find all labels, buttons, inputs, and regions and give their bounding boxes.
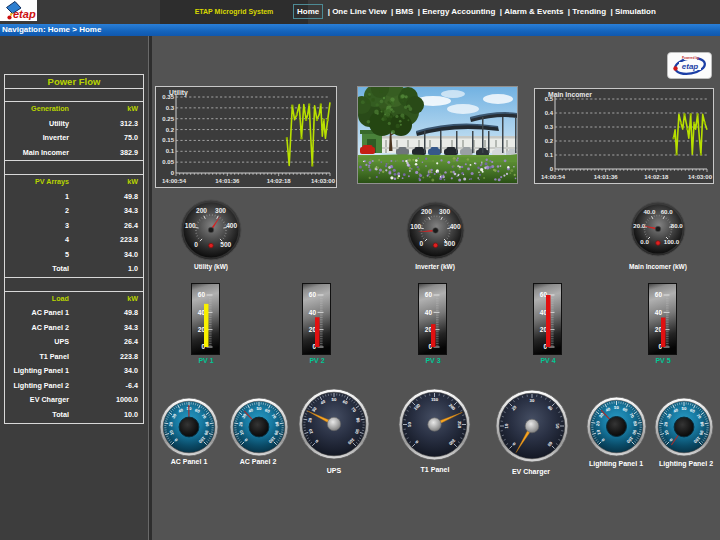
svg-text:0: 0 — [171, 170, 175, 176]
svg-text:30: 30 — [530, 398, 535, 403]
svg-text:0.35: 0.35 — [162, 94, 174, 100]
svg-text:60: 60 — [309, 291, 317, 298]
svg-text:50: 50 — [614, 405, 619, 410]
svg-text:0.0: 0.0 — [640, 238, 649, 245]
svg-text:0.3: 0.3 — [545, 124, 554, 130]
svg-text:50: 50 — [555, 424, 560, 429]
svg-text:500: 500 — [220, 241, 231, 248]
svg-text:0: 0 — [194, 241, 198, 248]
svg-text:60: 60 — [425, 291, 433, 298]
svg-text:50: 50 — [257, 406, 262, 411]
svg-text:200: 200 — [196, 207, 207, 214]
svg-text:14:02:18: 14:02:18 — [644, 174, 669, 180]
svg-text:0: 0 — [550, 166, 554, 172]
svg-text:40: 40 — [309, 309, 317, 316]
svg-text:Powered by: Powered by — [682, 56, 699, 60]
svg-text:200: 200 — [420, 208, 431, 215]
svg-text:50: 50 — [682, 406, 687, 411]
svg-text:100: 100 — [185, 222, 196, 229]
svg-text:0.5: 0.5 — [545, 96, 554, 102]
svg-text:0.15: 0.15 — [162, 137, 174, 143]
svg-text:50: 50 — [332, 397, 337, 402]
svg-text:14:03:00: 14:03:00 — [688, 174, 713, 180]
svg-text:14:00:54: 14:00:54 — [541, 174, 566, 180]
svg-text:300: 300 — [439, 208, 450, 215]
svg-text:14:02:18: 14:02:18 — [267, 178, 292, 184]
svg-text:0.05: 0.05 — [162, 159, 174, 165]
svg-text:60: 60 — [655, 291, 663, 298]
svg-text:0.25: 0.25 — [162, 116, 174, 122]
svg-text:etap: etap — [13, 8, 36, 20]
svg-text:0.2: 0.2 — [166, 127, 175, 133]
svg-text:0.3: 0.3 — [166, 105, 175, 111]
svg-text:300: 300 — [215, 207, 226, 214]
svg-text:60.0: 60.0 — [661, 208, 673, 215]
svg-text:0.2: 0.2 — [545, 138, 554, 144]
svg-text:20.0: 20.0 — [633, 222, 645, 229]
svg-text:100: 100 — [410, 223, 421, 230]
svg-text:60: 60 — [198, 291, 206, 298]
svg-text:80.0: 80.0 — [671, 222, 683, 229]
svg-text:0.1: 0.1 — [166, 148, 175, 154]
svg-text:14:03:00: 14:03:00 — [311, 178, 336, 184]
svg-text:40: 40 — [655, 309, 663, 316]
svg-text:40.0: 40.0 — [643, 208, 655, 215]
svg-text:400: 400 — [226, 222, 237, 229]
svg-text:250: 250 — [457, 421, 462, 429]
svg-text:etap: etap — [682, 62, 699, 71]
svg-text:14:00:54: 14:00:54 — [162, 178, 187, 184]
svg-text:14:01:36: 14:01:36 — [215, 178, 240, 184]
svg-text:500: 500 — [444, 240, 455, 247]
svg-text:0.4: 0.4 — [545, 110, 554, 116]
svg-text:50: 50 — [407, 422, 412, 427]
svg-text:0: 0 — [419, 240, 423, 247]
svg-text:0.1: 0.1 — [545, 152, 554, 158]
svg-text:150: 150 — [431, 397, 439, 402]
svg-text:400: 400 — [449, 223, 460, 230]
svg-text:10: 10 — [504, 423, 509, 428]
svg-text:40: 40 — [425, 309, 433, 316]
svg-text:100.0: 100.0 — [664, 238, 680, 245]
svg-text:14:01:36: 14:01:36 — [594, 174, 619, 180]
